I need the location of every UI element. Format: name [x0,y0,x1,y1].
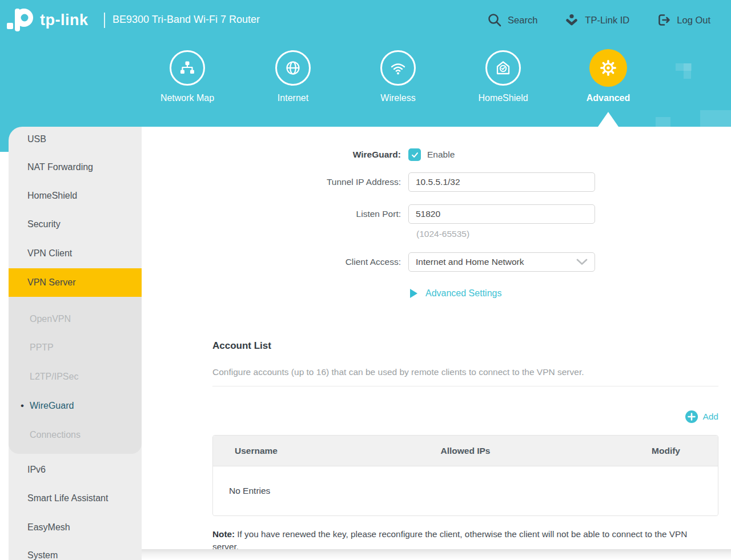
tab-network-map[interactable]: Network Map [142,50,233,103]
account-table: Username Allowed IPs Modify No Entries [212,435,718,516]
header-banner: tp-link BE9300 Tri-Band Wi-Fi 7 Router S… [0,0,731,127]
checkmark-icon [411,151,419,159]
tunnel-ip-label: Tunnel IP Address: [142,177,401,187]
sidebar-item-label: VPN Client [27,248,72,259]
client-access-label: Client Access: [142,257,401,267]
sidebar-item-label: USB [27,134,46,144]
add-label: Add [702,412,718,422]
deco-square [684,63,691,79]
sidebar-item-label: NAT Forwarding [27,162,93,172]
no-entries-text: No Entries [213,486,270,496]
sidebar-item-nat-forwarding[interactable]: NAT Forwarding [9,153,142,182]
router-model-title: BE9300 Tri-Band Wi-Fi 7 Router [113,14,260,26]
tunnel-ip-row: Tunnel IP Address: [142,172,595,192]
note-label: Note: [212,529,235,539]
search-icon [487,12,503,28]
sidebar-item-system[interactable]: System [9,541,142,560]
sidebar-item-vpn-client[interactable]: VPN Client [9,239,142,268]
sidebar-item-security[interactable]: Security [9,210,142,239]
sidebar-item-label: Security [27,219,61,229]
listen-port-hint: (1024-65535) [416,229,469,239]
tp-link-id-icon [564,12,580,28]
sidebar-item-label: System [27,550,58,560]
logout-button[interactable]: Log Out [656,12,710,28]
expand-arrow-icon [410,289,417,298]
router-admin-page: tp-link BE9300 Tri-Band Wi-Fi 7 Router S… [0,0,731,560]
sidebar-item-label: VPN Server [27,277,75,288]
chevron-down-icon [576,259,588,265]
tp-link-id-label: TP-Link ID [585,15,629,26]
tab-label: Advanced [563,93,654,103]
search-button[interactable]: Search [487,12,537,28]
add-account-button[interactable]: Add [212,410,718,423]
sidebar-item-usb[interactable]: USB [9,128,142,151]
sidebar-subitem-label: PPTP [30,343,54,353]
tunnel-ip-input[interactable] [408,172,595,192]
active-bullet-icon: • [21,400,24,412]
sidebar-subitem-label: OpenVPN [30,314,71,324]
sidebar-subitem-wireguard[interactable]: • WireGuard [9,392,142,420]
sidebar-subitem-openvpn[interactable]: OpenVPN [9,305,142,333]
account-list-title: Account List [212,340,271,352]
wireguard-label: WireGuard: [142,150,401,160]
sidebar-subitem-connections[interactable]: Connections [9,421,142,449]
active-tab-pointer [598,112,618,127]
section-divider [212,386,718,386]
enable-label: Enable [427,150,455,160]
search-label: Search [508,15,537,26]
sidebar-item-label: Smart Life Assistant [27,493,108,503]
sidebar-subitem-l2tp-ipsec[interactable]: L2TP/IPSec [9,362,142,391]
enable-checkbox[interactable] [408,148,421,161]
sidebar-item-label: IPv6 [27,465,46,475]
listen-port-label: Listen Port: [142,209,401,219]
sidebar-item-label: EasyMesh [27,522,70,533]
account-table-header: Username Allowed IPs Modify [213,436,718,466]
wireless-wifi-icon [380,50,416,86]
listen-port-row: Listen Port: [142,204,595,224]
column-header-allowed-ips: Allowed IPs [380,446,552,456]
logout-label: Log Out [677,15,710,26]
column-header-username: Username [213,446,380,456]
network-map-icon [170,50,205,86]
sidebar-item-vpn-server[interactable]: VPN Server [9,268,142,297]
column-header-modify: Modify [551,446,718,456]
add-plus-icon [685,410,698,423]
client-access-value: Internet and Home Network [416,257,524,267]
advanced-settings-toggle[interactable]: Advanced Settings [410,288,501,299]
listen-port-input[interactable] [408,204,595,224]
tab-label: Internet [247,93,339,103]
account-table-empty-row: No Entries [213,466,718,515]
sidebar-subitem-label: WireGuard [30,401,74,411]
tp-link-logo: tp-link [6,4,89,36]
tab-advanced[interactable]: Advanced [563,50,654,103]
brand-separator [104,13,105,28]
top-bar: tp-link BE9300 Tri-Band Wi-Fi 7 Router S… [0,0,731,40]
top-menu: Search TP-Link ID Log Out [487,0,710,40]
sidebar-item-easymesh[interactable]: EasyMesh [9,513,142,542]
content-bottom-shadow [142,549,731,560]
advanced-gear-icon [589,49,627,87]
sidebar-item-ipv6[interactable]: IPv6 [9,456,142,484]
sidebar-item-smart-life-assistant[interactable]: Smart Life Assistant [9,484,142,513]
tp-link-logo-icon [6,4,37,36]
tp-link-id-button[interactable]: TP-Link ID [564,12,629,28]
tab-internet[interactable]: Internet [247,50,339,103]
sidebar-item-homeshield[interactable]: HomeShield [9,182,142,210]
sidebar: USB NAT Forwarding HomeShield Security V… [9,127,142,560]
homeshield-house-icon [485,50,521,86]
sidebar-item-label: HomeShield [27,191,77,201]
tab-label: Wireless [352,93,444,103]
client-access-row: Client Access: Internet and Home Network [142,252,595,272]
wireguard-enable-row: WireGuard: Enable [142,142,455,167]
tab-label: HomeShield [457,93,549,103]
tab-homeshield[interactable]: HomeShield [457,50,549,103]
sidebar-subitem-pptp[interactable]: PPTP [9,333,142,362]
client-access-dropdown[interactable]: Internet and Home Network [408,252,595,272]
internet-globe-icon [275,50,311,86]
vpn-server-submenu: OpenVPN PPTP L2TP/IPSec • WireGuard Conn… [9,297,142,454]
logout-icon [656,12,672,28]
sidebar-subitem-label: L2TP/IPSec [30,372,78,382]
tab-wireless[interactable]: Wireless [352,50,444,103]
tab-label: Network Map [142,93,233,103]
deco-square [700,110,731,127]
